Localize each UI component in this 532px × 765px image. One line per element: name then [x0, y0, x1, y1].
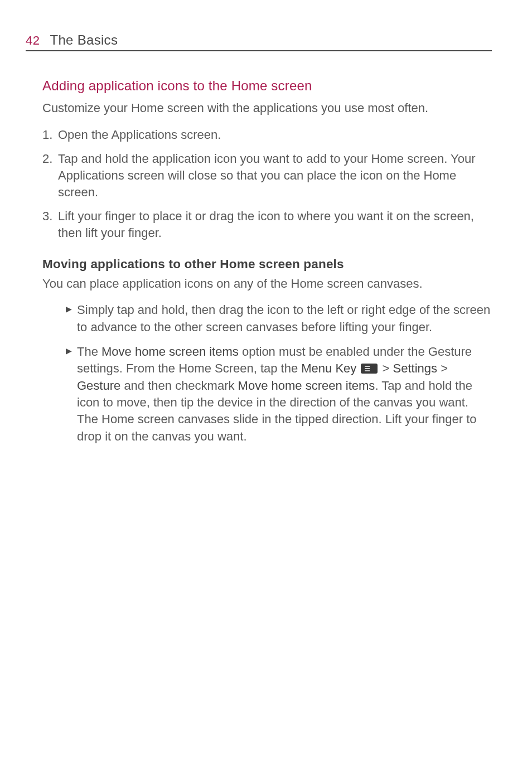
- page-header: 42 The Basics: [26, 32, 492, 51]
- bullet-list: ▶ Simply tap and hold, then drag the ico…: [42, 302, 492, 445]
- list-item: Tap and hold the application icon you wa…: [42, 151, 492, 200]
- list-item-text: The Move home screen items option must b…: [77, 345, 477, 443]
- bold-text: Menu Key: [301, 361, 356, 375]
- list-item: ▶ The Move home screen items option must…: [66, 343, 492, 445]
- numbered-list: Open the Applications screen. Tap and ho…: [42, 127, 492, 241]
- chapter-title: The Basics: [50, 32, 118, 48]
- triangle-bullet-icon: ▶: [66, 346, 72, 356]
- list-item-text: Simply tap and hold, then drag the icon …: [77, 303, 490, 333]
- subheading-moving-apps: Moving applications to other Home screen…: [42, 257, 492, 272]
- section-intro: You can place application icons on any o…: [42, 276, 492, 292]
- list-item: ▶ Simply tap and hold, then drag the ico…: [66, 302, 492, 336]
- section-intro: Customize your Home screen with the appl…: [42, 100, 492, 117]
- section-heading-adding-icons: Adding application icons to the Home scr…: [42, 78, 492, 94]
- page-content: Adding application icons to the Home scr…: [26, 78, 492, 445]
- bold-text: Settings: [393, 361, 438, 375]
- bold-text: Gesture: [77, 379, 120, 393]
- menu-key-icon: [361, 364, 378, 374]
- page-number: 42: [26, 33, 40, 48]
- bold-text: Move home screen items: [101, 345, 239, 359]
- bold-text: Move home screen items: [238, 379, 375, 393]
- list-item: Lift your finger to place it or drag the…: [42, 208, 492, 241]
- triangle-bullet-icon: ▶: [66, 304, 72, 314]
- list-item: Open the Applications screen.: [42, 127, 492, 143]
